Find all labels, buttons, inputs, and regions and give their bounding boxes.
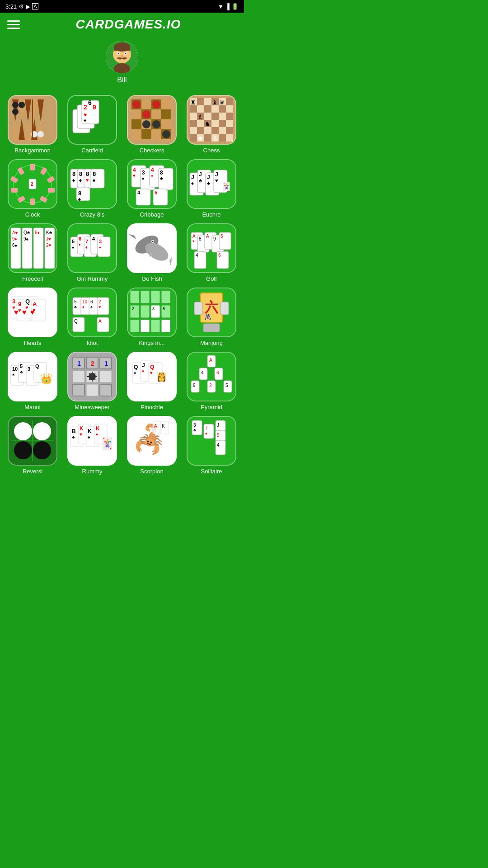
svg-rect-76: [204, 113, 211, 120]
svg-text:9: 9: [18, 301, 21, 307]
ginrummy-label: Gin Rummy: [77, 275, 108, 282]
game-golf[interactable]: A ♥ 8 A 9 5 4 6 Golf: [184, 223, 239, 282]
svg-text:♦: ♦: [79, 242, 81, 247]
solitaire-label: Solitaire: [201, 468, 222, 475]
svg-rect-70: [204, 105, 211, 113]
svg-text:6: 6: [218, 253, 221, 258]
svg-text:Q: Q: [74, 319, 78, 324]
svg-text:5: 5: [20, 363, 23, 369]
svg-text:♦: ♦: [96, 432, 98, 437]
svg-rect-91: [226, 127, 233, 134]
svg-text:8: 8: [86, 170, 89, 177]
svg-text:2: 2: [84, 104, 87, 111]
svg-text:🃏: 🃏: [221, 182, 232, 192]
kingsin-icon: 2 8 8: [127, 288, 177, 337]
svg-rect-295: [100, 371, 112, 382]
svg-rect-86: [190, 127, 197, 134]
user-section: Bill: [0, 36, 244, 91]
svg-text:♥: ♥: [86, 177, 89, 183]
svg-text:4: 4: [92, 236, 95, 241]
game-checkers[interactable]: Checkers: [125, 95, 179, 154]
svg-point-6: [118, 53, 119, 54]
idiot-icon: 5 10 6 2 ♣ ♦ ♠ ♥ Q A: [67, 288, 117, 337]
reversi-icon: [8, 416, 57, 466]
svg-text:♦: ♦: [205, 431, 207, 436]
svg-point-336: [14, 441, 32, 459]
game-hearts[interactable]: 3 ♥ 9 ♥ Q ♥ A ♥ ♥ ♥ ♥ Hearts: [5, 288, 60, 346]
svg-point-7: [125, 53, 127, 54]
svg-rect-46: [131, 119, 141, 129]
svg-text:♞: ♞: [205, 120, 211, 127]
crazy8s-label: Crazy 8's: [80, 211, 104, 218]
svg-text:7: 7: [205, 425, 208, 430]
kingsin-label: Kings in...: [139, 340, 164, 346]
golf-icon: A ♥ 8 A 9 5 4 6: [187, 223, 236, 273]
svg-text:♥: ♥: [192, 239, 195, 243]
svg-text:♠: ♠: [88, 434, 90, 439]
svg-text:♜: ♜: [190, 99, 196, 106]
svg-text:♥: ♥: [215, 178, 218, 183]
a-icon: A: [32, 3, 38, 9]
svg-text:J♥: J♥: [46, 236, 51, 241]
game-solitaire[interactable]: 3 ♣ 7 ♦ J 9 4 Solitaire: [184, 416, 239, 475]
svg-text:♚: ♚: [197, 135, 203, 142]
canfield-label: Canfield: [81, 147, 103, 154]
svg-text:3: 3: [28, 366, 30, 372]
game-backgammon[interactable]: Backgammon: [5, 95, 60, 154]
svg-point-25: [38, 131, 44, 137]
svg-rect-97: [226, 134, 233, 142]
svg-text:5: 5: [72, 239, 75, 244]
svg-rect-85: [226, 120, 233, 127]
svg-rect-83: [211, 120, 219, 127]
svg-text:1: 1: [104, 360, 108, 367]
game-crazy8s[interactable]: 8 ♠ 8 ♠ 8 ♥ 8 ♠ 8 ♠ Crazy 8's: [65, 159, 119, 218]
game-chess[interactable]: ♜ ♝ ♛ ♗ ♞ ♚ ♙ Chess: [184, 95, 239, 154]
game-canfield[interactable]: 2 ♥ 6 ♠ 9 Canfield: [65, 95, 119, 154]
game-scorpion[interactable]: 🦂 A K Scorpion: [125, 416, 179, 475]
game-pyramid[interactable]: A 4 6 9 2 5 Pyramid: [184, 352, 239, 410]
game-euchre[interactable]: J ♠ J ♣ J ♣ J ♥ 🃏 Euchre: [184, 159, 239, 218]
game-freecell[interactable]: A♥ 9♦ 6♠ Q♣ 9♠ 6♦ K♣ J♥ 2♥ Freecell: [5, 223, 60, 282]
svg-text:Q♣: Q♣: [23, 230, 30, 235]
svg-text:A: A: [33, 301, 37, 307]
game-manni[interactable]: 10 ♠ 5 ♣ 3 Q 👑 Manni: [5, 352, 60, 410]
game-gofish[interactable]: Go Fish: [125, 223, 179, 282]
game-pinochle[interactable]: Q ♠ J ♦ Q ♥ 👸 Pinochle: [125, 352, 179, 410]
svg-text:♣: ♣: [20, 369, 23, 374]
game-ginrummy[interactable]: 5 ♠ 6 ♦ 7 ♦ 4 3 ♦ Gin Rummy: [65, 223, 119, 282]
checkers-label: Checkers: [140, 147, 164, 154]
menu-button[interactable]: [7, 20, 20, 29]
svg-text:6♦: 6♦: [35, 230, 40, 235]
svg-text:♣: ♣: [74, 305, 77, 309]
svg-text:♦: ♦: [85, 245, 88, 250]
game-cribbage[interactable]: 4 ♥ 3 ♠ 4 ♦ 8 ♣ 4 5 Cribbage: [125, 159, 179, 218]
svg-text:Q: Q: [134, 364, 138, 370]
svg-text:10: 10: [12, 366, 18, 372]
svg-text:3: 3: [193, 423, 196, 428]
game-kingsin[interactable]: 2 8 8 Kings in...: [125, 288, 179, 346]
svg-text:2♥: 2♥: [46, 243, 52, 248]
svg-rect-298: [100, 384, 112, 396]
svg-text:♗: ♗: [197, 113, 203, 120]
svg-point-22: [19, 102, 25, 108]
svg-rect-50: [131, 129, 141, 139]
svg-rect-107: [30, 164, 35, 170]
game-clock[interactable]: 2 Clock: [5, 159, 60, 218]
svg-text:👸: 👸: [156, 371, 167, 382]
game-idiot[interactable]: 5 10 6 2 ♣ ♦ ♠ ♥ Q A Idiot: [65, 288, 119, 346]
game-minesweeper[interactable]: 1 2 1 Minesweeper: [65, 352, 119, 410]
game-mahjong[interactable]: 六 萬 Mahjong: [184, 288, 239, 346]
manni-label: Manni: [24, 404, 40, 410]
game-rummy[interactable]: B K K K ♣ ♥ ♠ ♦ 🃏 Rummy: [65, 416, 119, 475]
svg-rect-39: [141, 99, 151, 109]
svg-rect-265: [161, 320, 170, 332]
svg-text:2: 2: [209, 383, 212, 388]
svg-text:10: 10: [82, 299, 88, 304]
game-reversi[interactable]: Reversi: [5, 416, 60, 475]
svg-text:Q: Q: [150, 364, 154, 370]
reversi-label: Reversi: [23, 468, 42, 475]
svg-text:A♥: A♥: [12, 230, 18, 235]
svg-text:♥: ♥: [30, 308, 35, 316]
svg-text:A: A: [206, 234, 209, 239]
svg-rect-41: [161, 99, 171, 109]
